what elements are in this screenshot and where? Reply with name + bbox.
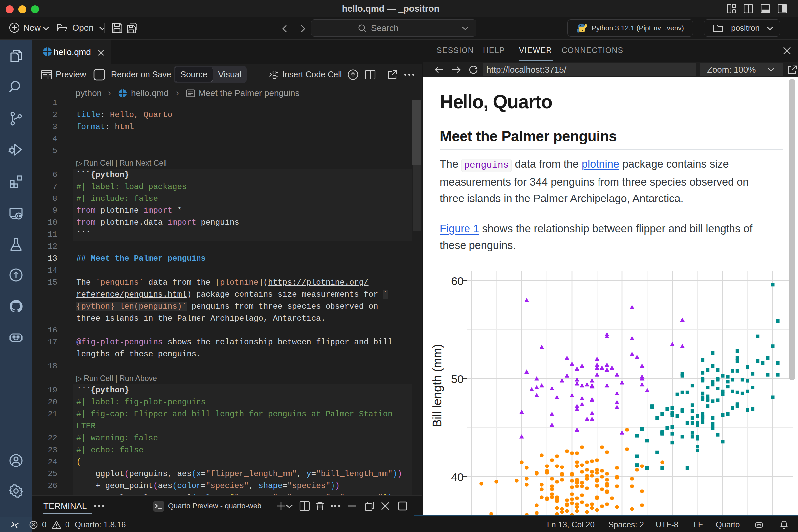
svg-text:40: 40 — [451, 471, 463, 483]
svg-text:50: 50 — [451, 373, 463, 385]
svg-text:Bill length (mm): Bill length (mm) — [430, 344, 444, 427]
svg-text:60: 60 — [451, 274, 463, 287]
